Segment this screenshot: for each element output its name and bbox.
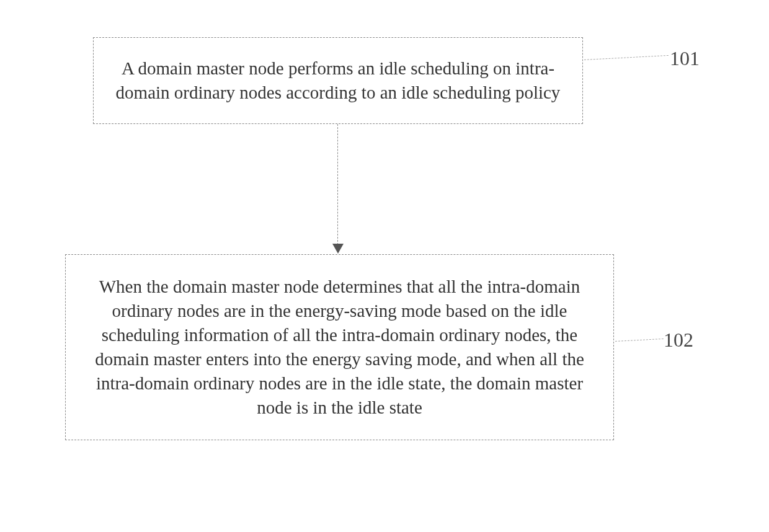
arrow-shaft <box>337 124 338 245</box>
flow-step-1: A domain master node performs an idle sc… <box>93 37 583 124</box>
ref-label-1: 101 <box>670 47 700 70</box>
arrow-head-icon <box>332 244 344 254</box>
flow-step-2: When the domain master node determines t… <box>65 254 614 440</box>
flow-step-1-text: A domain master node performs an idle sc… <box>106 56 570 105</box>
ref-label-2: 102 <box>664 329 693 352</box>
leader-line-2 <box>615 339 664 342</box>
flow-step-2-text: When the domain master node determines t… <box>78 275 601 420</box>
leader-line-1 <box>584 55 669 60</box>
